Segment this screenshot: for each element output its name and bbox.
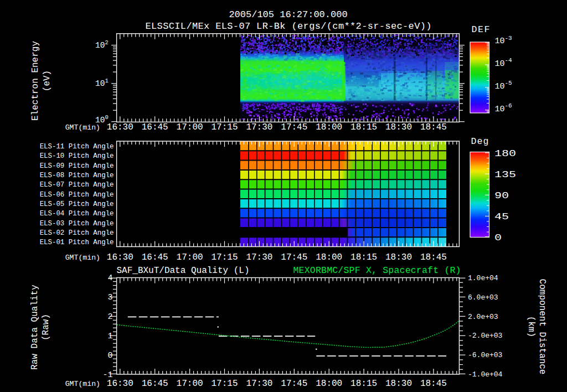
svg-text:17:00: 17:00 [177, 252, 203, 262]
svg-text:16:30: 16:30 [107, 379, 133, 389]
svg-text:-6.0e+03: -6.0e+03 [468, 351, 502, 359]
svg-text:GMT(min): GMT(min) [65, 380, 100, 388]
svg-text:18:00: 18:00 [316, 379, 342, 389]
svg-text:18:15: 18:15 [350, 122, 377, 132]
svg-text:(Raw): (Raw) [41, 314, 51, 341]
svg-text:16:45: 16:45 [142, 252, 168, 262]
svg-text:18:45: 18:45 [420, 122, 447, 132]
svg-text:16:30: 16:30 [107, 122, 133, 132]
svg-text:1: 1 [107, 332, 112, 341]
svg-text:ELS-02 Pitch Angle: ELS-02 Pitch Angle [40, 229, 114, 237]
svg-text:18:30: 18:30 [385, 252, 412, 262]
svg-text:0: 0 [107, 351, 112, 360]
svg-text:ELS-03 Pitch Angle: ELS-03 Pitch Angle [40, 220, 114, 228]
svg-text:ELS-09 Pitch Angle: ELS-09 Pitch Angle [40, 162, 114, 170]
svg-text:GMT(min): GMT(min) [65, 254, 100, 262]
svg-text:-1: -1 [102, 370, 112, 380]
svg-text:Electron Energy: Electron Energy [30, 41, 40, 121]
svg-text:18:45: 18:45 [420, 379, 447, 389]
svg-text:18:00: 18:00 [316, 122, 342, 132]
svg-text:17:30: 17:30 [246, 122, 272, 132]
svg-text:17:00: 17:00 [177, 122, 203, 132]
svg-text:16:30: 16:30 [107, 252, 133, 262]
svg-text:180: 180 [494, 149, 516, 159]
svg-text:2: 2 [107, 312, 112, 322]
svg-text:ELS-11 Pitch Angle: ELS-11 Pitch Angle [40, 143, 114, 151]
svg-text:17:00: 17:00 [177, 379, 203, 389]
svg-text:17:15: 17:15 [211, 252, 238, 262]
svg-text:16:45: 16:45 [142, 379, 168, 389]
svg-text:17:15: 17:15 [211, 379, 238, 389]
svg-text:18:15: 18:15 [350, 379, 377, 389]
svg-text:ELS-01 Pitch Angle: ELS-01 Pitch Angle [40, 239, 114, 246]
svg-text:ELSSCIL/MEx ELS-07 LR-Bk (erg: ELSSCIL/MEx ELS-07 LR-Bk (ergs/(cm**2-sr… [146, 21, 432, 32]
svg-text:18:00: 18:00 [316, 252, 342, 262]
svg-text:4: 4 [107, 274, 112, 283]
svg-text:17:45: 17:45 [281, 252, 307, 262]
svg-text:DEF: DEF [472, 24, 491, 35]
svg-text:-1.0e+04: -1.0e+04 [468, 370, 503, 379]
svg-text:3: 3 [107, 293, 112, 302]
svg-text:2005/105 16:27:00.000: 2005/105 16:27:00.000 [229, 9, 347, 20]
svg-text:16:45: 16:45 [142, 122, 168, 132]
svg-text:ELS-07 Pitch Angle: ELS-07 Pitch Angle [40, 181, 114, 189]
svg-text:MEXORBMC/SPF X, Spacecraft (R): MEXORBMC/SPF X, Spacecraft (R) [293, 265, 461, 276]
svg-text:ELS-06 Pitch Angle: ELS-06 Pitch Angle [40, 191, 114, 199]
svg-text:ELS-10 Pitch Angle: ELS-10 Pitch Angle [40, 152, 114, 160]
svg-text:90: 90 [494, 191, 509, 201]
svg-text:6.0e+03: 6.0e+03 [468, 293, 498, 302]
svg-text:18:45: 18:45 [420, 252, 447, 262]
svg-text:Deg: Deg [471, 136, 489, 147]
svg-text:ELS-08 Pitch Angle: ELS-08 Pitch Angle [40, 172, 114, 179]
svg-text:(km): (km) [526, 316, 536, 337]
svg-text:0: 0 [494, 233, 502, 243]
svg-text:17:30: 17:30 [246, 379, 272, 389]
svg-text:GMT(min): GMT(min) [65, 123, 100, 132]
svg-text:SAF_BXuT/Data Quality (L): SAF_BXuT/Data Quality (L) [117, 266, 250, 276]
svg-text:45: 45 [494, 212, 509, 222]
svg-text:18:30: 18:30 [385, 122, 412, 132]
svg-text:17:15: 17:15 [211, 122, 238, 132]
svg-text:2.0e+03: 2.0e+03 [468, 313, 498, 321]
svg-text:Raw Data Quality: Raw Data Quality [30, 285, 40, 370]
svg-text:17:45: 17:45 [281, 379, 307, 389]
svg-text:17:45: 17:45 [281, 122, 307, 132]
svg-text:135: 135 [494, 170, 516, 180]
svg-text:-2.0e+03: -2.0e+03 [468, 332, 502, 340]
svg-text:(eV): (eV) [42, 70, 52, 91]
svg-text:ELS-04 Pitch Angle: ELS-04 Pitch Angle [40, 210, 114, 218]
svg-text:1.0e+04: 1.0e+04 [468, 274, 498, 282]
svg-text:17:30: 17:30 [246, 252, 272, 262]
svg-text:ELS-05 Pitch Angle: ELS-05 Pitch Angle [40, 200, 114, 208]
svg-text:18:15: 18:15 [350, 252, 377, 262]
svg-text:Component Distance: Component Distance [537, 279, 547, 375]
svg-text:18:30: 18:30 [385, 379, 412, 389]
